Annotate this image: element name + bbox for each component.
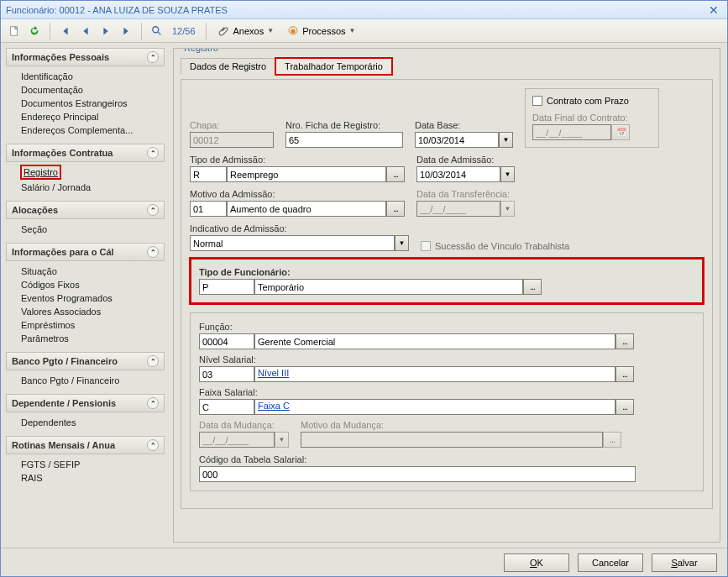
- tipo-funcionario-group: Tipo de Funcionário: ...: [190, 258, 704, 304]
- chevron-down-icon: ▼: [349, 27, 356, 34]
- salario-group: Função: ... Nível Salarial: Níve: [190, 312, 704, 491]
- motivo-admissao-code[interactable]: [190, 201, 227, 217]
- sidebar-item[interactable]: Registro: [21, 165, 60, 179]
- sidebar: Informações Pessoais⌃IdentificaçãoDocume…: [1, 43, 170, 548]
- nivel-desc[interactable]: Nível III: [254, 366, 615, 382]
- chapa-field: Chapa:: [190, 120, 274, 148]
- sidebar-item[interactable]: Situação: [21, 265, 165, 278]
- tipo-admissao-desc[interactable]: [227, 166, 386, 182]
- data-mudanca-input: [199, 432, 275, 448]
- search-icon[interactable]: [149, 23, 165, 39]
- faixa-desc[interactable]: Faixa C: [254, 399, 615, 415]
- sidebar-item[interactable]: Eventos Programados: [21, 291, 165, 305]
- data-transferencia-dropdown-icon: ▼: [500, 201, 515, 217]
- nivel-code[interactable]: [199, 366, 254, 382]
- chevron-up-icon: ⌃: [147, 397, 159, 409]
- attachments-dropdown[interactable]: Anexos ▼: [213, 22, 280, 40]
- checkbox-icon: [421, 241, 431, 251]
- data-mudanca-field: Data da Mudança: ▼: [199, 420, 289, 448]
- faixa-code[interactable]: [199, 399, 254, 415]
- chapa-input: [190, 132, 274, 148]
- tipo-admissao-field: Tipo de Admissão: ...: [190, 155, 405, 182]
- accordion-header[interactable]: Rotinas Mensais / Anua⌃: [6, 436, 165, 454]
- data-final-calendar-icon: 📅: [611, 124, 630, 140]
- registro-groupbox: Registro Dados de Registro Trabalhador T…: [173, 48, 720, 543]
- sidebar-item[interactable]: Códigos Fixos: [21, 278, 165, 291]
- data-base-input[interactable]: [415, 132, 499, 148]
- accordion-header[interactable]: Alocações⌃: [6, 201, 165, 219]
- tab-dados-registro[interactable]: Dados de Registro: [181, 58, 275, 75]
- tab-trabalhador-temporario[interactable]: Trabalhador Temporário: [275, 58, 392, 75]
- refresh-icon[interactable]: [26, 23, 43, 39]
- chevron-up-icon: ⌃: [147, 147, 159, 159]
- sidebar-item[interactable]: Salário / Jornada: [21, 181, 165, 194]
- ficha-input[interactable]: [285, 132, 403, 148]
- tipo-admissao-code[interactable]: [190, 166, 227, 182]
- data-admissao-input[interactable]: [416, 166, 500, 182]
- sidebar-item[interactable]: Endereços Complementa...: [21, 123, 165, 137]
- close-icon[interactable]: ✕: [705, 3, 722, 17]
- funcao-code[interactable]: [199, 333, 254, 349]
- data-mudanca-dropdown-icon: ▼: [275, 432, 289, 448]
- ok-button[interactable]: OK: [504, 553, 569, 572]
- tipo-funcionario-code[interactable]: [199, 279, 254, 295]
- tipo-funcionario-lookup-icon[interactable]: ...: [523, 279, 542, 295]
- sidebar-item[interactable]: Seção: [21, 223, 165, 236]
- sidebar-item[interactable]: Banco Pgto / Financeiro: [21, 374, 165, 387]
- next-record-icon[interactable]: [97, 23, 114, 39]
- processes-dropdown[interactable]: Processos ▼: [282, 22, 360, 40]
- new-icon[interactable]: [6, 23, 23, 39]
- accordion-header[interactable]: Dependente / Pensionis⌃: [6, 394, 165, 412]
- funcao-field: Função: ...: [199, 322, 694, 349]
- footer: OK Cancelar Salvar: [1, 548, 727, 576]
- faixa-field: Faixa Salarial: Faixa C ...: [199, 387, 694, 415]
- funcao-desc[interactable]: [254, 333, 615, 349]
- svg-point-1: [153, 26, 159, 32]
- contrato-prazo-checkbox[interactable]: Contrato com Prazo: [532, 96, 629, 106]
- data-admissao-field: Data de Admissão: ▼: [416, 155, 515, 182]
- indicativo-admissao-dropdown-icon[interactable]: ▼: [395, 235, 409, 251]
- motivo-admissao-desc[interactable]: [227, 201, 386, 217]
- accordion-header[interactable]: Informações para o Cál⌃: [6, 243, 165, 261]
- data-base-field: Data Base: ▼: [415, 120, 513, 148]
- chevron-down-icon: ▼: [267, 27, 274, 34]
- chevron-up-icon: ⌃: [147, 51, 159, 63]
- motivo-mudanca-input: [301, 432, 603, 448]
- nivel-field: Nível Salarial: Nível III ...: [199, 354, 694, 382]
- prev-record-icon[interactable]: [77, 23, 94, 39]
- last-record-icon[interactable]: [118, 23, 134, 39]
- funcao-lookup-icon[interactable]: ...: [615, 333, 634, 349]
- indicativo-admissao-input[interactable]: [190, 235, 395, 251]
- sidebar-item[interactable]: Valores Associados: [21, 305, 165, 318]
- tipo-admissao-lookup-icon[interactable]: ...: [386, 166, 405, 182]
- sidebar-item[interactable]: FGTS / SEFIP: [21, 458, 165, 471]
- data-admissao-dropdown-icon[interactable]: ▼: [500, 166, 515, 182]
- data-transferencia-input: [416, 201, 500, 217]
- data-final-contrato-input: [532, 124, 611, 140]
- sidebar-item[interactable]: Parâmetros: [21, 332, 165, 345]
- sidebar-item[interactable]: Identificação: [21, 70, 165, 83]
- first-record-icon[interactable]: [57, 23, 74, 39]
- sidebar-item[interactable]: RAIS: [21, 471, 165, 485]
- accordion-header[interactable]: Informações Pessoais⌃: [6, 48, 165, 66]
- accordion-header[interactable]: Informações Contratua⌃: [6, 144, 165, 162]
- contract-box: Contrato com Prazo Data Final do Contrat…: [525, 88, 659, 148]
- sidebar-item[interactable]: Documentos Estrangeiros: [21, 97, 165, 110]
- indicativo-admissao-field: Indicativo de Admissão: ▼: [190, 223, 409, 251]
- faixa-lookup-icon[interactable]: ...: [615, 399, 634, 415]
- save-button[interactable]: Salvar: [652, 553, 717, 572]
- sidebar-item[interactable]: Endereço Principal: [21, 110, 165, 123]
- tipo-funcionario-desc[interactable]: [254, 279, 523, 295]
- tabela-salarial-input[interactable]: [199, 466, 636, 482]
- nivel-lookup-icon[interactable]: ...: [615, 366, 634, 382]
- sidebar-item[interactable]: Dependentes: [21, 416, 165, 429]
- chevron-up-icon: ⌃: [147, 204, 159, 216]
- data-base-dropdown-icon[interactable]: ▼: [499, 132, 513, 148]
- sidebar-item[interactable]: Documentação: [21, 83, 165, 97]
- motivo-mudanca-field: Motivo da Mudança: ...: [301, 420, 694, 448]
- cancel-button[interactable]: Cancelar: [578, 553, 643, 572]
- accordion-header[interactable]: Banco Pgto / Financeiro⌃: [6, 352, 165, 370]
- sidebar-item[interactable]: Empréstimos: [21, 318, 165, 332]
- paperclip-icon: [218, 25, 230, 37]
- motivo-admissao-lookup-icon[interactable]: ...: [386, 201, 405, 217]
